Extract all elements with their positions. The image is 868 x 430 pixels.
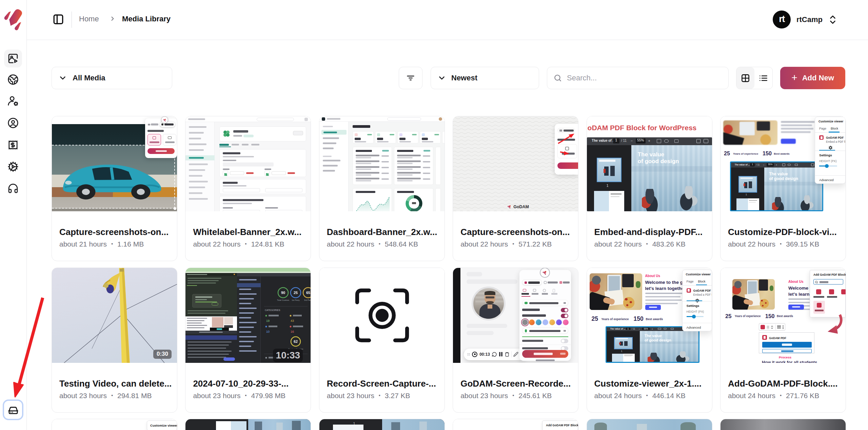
svg-text:CATEGORIES: CATEGORIES xyxy=(265,309,280,311)
svg-text:10: 10 xyxy=(266,330,270,333)
svg-text:Total Cookies: Total Cookies xyxy=(277,299,289,301)
svg-text:1st Party: 1st Party xyxy=(292,299,300,301)
svg-text:16: 16 xyxy=(291,330,294,333)
svg-text:62: 62 xyxy=(294,339,298,343)
svg-text:90: 90 xyxy=(281,290,285,294)
svg-text:65: 65 xyxy=(306,290,310,294)
svg-text:43: 43 xyxy=(291,319,294,322)
svg-text:3rd Party: 3rd Party xyxy=(304,299,311,301)
svg-text:19: 19 xyxy=(266,319,270,322)
svg-text:25: 25 xyxy=(294,290,298,294)
